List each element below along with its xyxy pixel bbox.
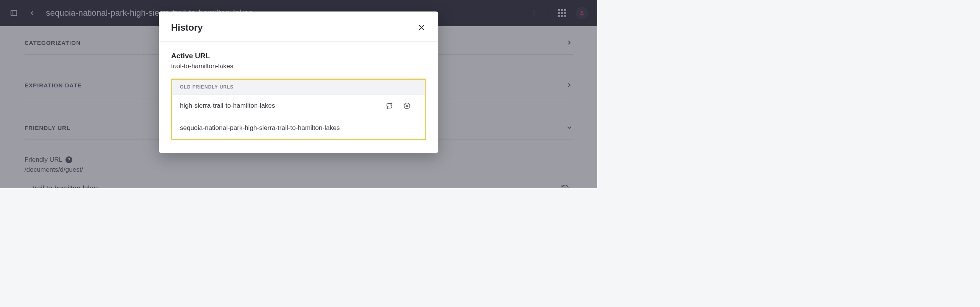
active-url-value: trail-to-hamilton-lakes [171, 62, 426, 70]
modal-title: History [171, 22, 203, 33]
close-icon[interactable] [417, 23, 426, 32]
old-url-text: high-sierra-trail-to-hamilton-lakes [180, 102, 385, 110]
old-url-row: high-sierra-trail-to-hamilton-lakes [172, 94, 425, 117]
old-urls-box: OLD FRIENDLY URLS high-sierra-trail-to-h… [171, 79, 426, 140]
old-url-row: sequoia-national-park-high-sierra-trail-… [172, 117, 425, 139]
active-url-label: Active URL [171, 52, 426, 60]
history-modal: History Active URL trail-to-hamilton-lak… [159, 11, 438, 153]
remove-icon[interactable] [403, 102, 411, 110]
old-url-text: sequoia-national-park-high-sierra-trail-… [180, 124, 417, 132]
restore-icon[interactable] [385, 102, 394, 110]
old-urls-header: OLD FRIENDLY URLS [172, 80, 425, 94]
